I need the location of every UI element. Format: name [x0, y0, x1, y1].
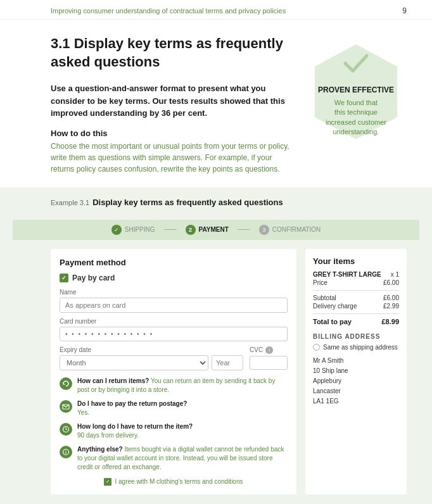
delivery-value: £2.99 — [383, 303, 399, 310]
step-confirmation: 3 CONFIRMATION — [250, 225, 329, 235]
intro-text: Use a question-and-answer format to pres… — [51, 82, 293, 120]
proven-text: We found that this technique increased c… — [318, 98, 394, 137]
step-payment: 2 PAYMENT — [177, 225, 238, 235]
subtotal-row: Subtotal £6.00 — [313, 294, 399, 301]
faq-list: How can I return items? You can return a… — [60, 377, 288, 472]
header: Improving consumer understanding of cont… — [0, 0, 432, 20]
expiry-label: Expiry date — [60, 346, 243, 353]
step-divider-2 — [238, 229, 250, 230]
section-title: 3.1 Display key terms as frequently aske… — [51, 35, 293, 71]
header-text: Improving consumer understanding of cont… — [51, 7, 286, 15]
page-number: 9 — [402, 6, 407, 15]
price-label: Price — [313, 279, 327, 286]
product-name: GREY T-SHIRT LARGE — [313, 271, 381, 278]
expiry-col: Expiry date Month JanFebMar — [60, 341, 243, 370]
same-shipping-label: Same as shipping address — [323, 344, 398, 351]
step-circle-shipping: ✓ — [111, 225, 122, 235]
faq-item-1: Do I have to pay the return postage? Yes… — [60, 400, 288, 417]
cvc-input[interactable] — [250, 356, 288, 370]
cvc-info-icon[interactable]: i — [265, 346, 273, 354]
pay-by-card-checkbox[interactable]: ✓ — [60, 274, 68, 282]
same-shipping-radio[interactable] — [313, 344, 320, 351]
payment-panel: Payment method ✓ Pay by card Name Card n… — [51, 249, 296, 495]
example-section: Example 3.1 Display key terms as frequen… — [0, 187, 432, 504]
delivery-label: Delivery charge — [313, 303, 357, 310]
total-value: £8.99 — [381, 318, 399, 325]
faq-text-0: How can I return items? You can return a… — [77, 377, 288, 394]
step-divider-1 — [164, 229, 177, 230]
year-input[interactable] — [212, 355, 243, 370]
same-shipping-row: Same as shipping address — [313, 344, 399, 351]
badge-inner: PROVEN EFFECTIVE We found that this tech… — [312, 41, 400, 144]
step-label-shipping: SHIPPING — [125, 226, 155, 233]
badge-column: PROVEN EFFECTIVE We found that this tech… — [305, 35, 407, 175]
name-input[interactable] — [60, 298, 288, 313]
items-panel: Your items GREY T-SHIRT LARGE x 1 Price … — [305, 249, 407, 495]
step-shipping: ✓ SHIPPING — [103, 225, 164, 235]
faq-text-3: Anything else? Items bought via a digita… — [77, 445, 288, 472]
subtotal-value: £6.00 — [383, 294, 399, 301]
billing-section: BILLING ADDRESS Same as shipping address… — [313, 333, 399, 406]
card-label: Card number — [60, 318, 288, 325]
example-title: Display key terms as frequently asked qu… — [92, 198, 283, 207]
svg-text:i: i — [65, 450, 67, 455]
items-title: Your items — [313, 256, 399, 266]
subtotal-label: Subtotal — [313, 294, 336, 301]
step-circle-payment: 2 — [186, 225, 196, 235]
form-area: Payment method ✓ Pay by card Name Card n… — [13, 249, 419, 495]
left-column: 3.1 Display key terms as frequently aske… — [51, 35, 293, 175]
divider-2 — [313, 313, 399, 314]
faq-item-0: How can I return items? You can return a… — [60, 377, 288, 394]
name-label: Name — [60, 289, 288, 296]
cvc-col: CVC i — [250, 341, 288, 370]
delivery-row: Delivery charge £2.99 — [313, 303, 399, 310]
divider-1 — [313, 290, 399, 291]
faq-postage-icon — [60, 400, 72, 413]
progress-steps: ✓ SHIPPING 2 PAYMENT 3 CONFIRMATION — [13, 220, 419, 240]
cvc-label-row: CVC i — [250, 346, 288, 354]
how-to-title: How to do this — [51, 129, 293, 138]
product-quantity: x 1 — [391, 271, 399, 278]
checkmark-icon — [340, 47, 372, 79]
faq-info-icon: i — [60, 446, 72, 458]
example-label: Example 3.1 — [51, 199, 89, 206]
faq-text-2: How long do I have to return the item? 9… — [77, 422, 193, 440]
main-content: 3.1 Display key terms as frequently aske… — [0, 20, 432, 175]
faq-return-icon — [60, 377, 72, 390]
card-number-input[interactable] — [60, 327, 288, 341]
proven-title: PROVEN EFFECTIVE — [318, 85, 394, 94]
faq-time-icon — [60, 423, 72, 436]
step-circle-confirmation: 3 — [259, 225, 269, 235]
total-row: Total to pay £8.99 — [313, 318, 399, 325]
price-row: Price £6.00 — [313, 279, 399, 286]
billing-title: BILLING ADDRESS — [313, 333, 399, 340]
step-label-payment: PAYMENT — [199, 226, 229, 233]
proven-effective-badge: PROVEN EFFECTIVE We found that this tech… — [308, 41, 403, 142]
address-block: Mr A Smith 10 Ship lane Applebury Lancas… — [313, 356, 399, 406]
cvc-label: CVC — [250, 346, 263, 353]
faq-item-3: i Anything else? Items bought via a digi… — [60, 445, 288, 472]
how-to-text: Choose the most important or unusual poi… — [51, 141, 293, 175]
agreement-label: I agree with M clothing's terms and cond… — [115, 478, 243, 485]
pay-by-card-label: Pay by card — [72, 274, 115, 282]
faq-item-2: How long do I have to return the item? 9… — [60, 422, 288, 440]
pay-by-card-row: ✓ Pay by card — [60, 274, 288, 282]
expiry-cvc-row: Expiry date Month JanFebMar CVC i — [60, 341, 288, 370]
month-select[interactable]: Month JanFebMar — [60, 355, 208, 370]
agreement-checkbox[interactable]: ✓ — [104, 478, 111, 486]
agreement-row: ✓ I agree with M clothing's terms and co… — [60, 478, 288, 486]
payment-panel-title: Payment method — [60, 258, 288, 267]
total-label: Total to pay — [313, 318, 352, 325]
price-value: £6.00 — [383, 279, 399, 286]
step-label-confirmation: CONFIRMATION — [272, 226, 321, 233]
faq-text-1: Do I have to pay the return postage? Yes… — [77, 400, 187, 417]
